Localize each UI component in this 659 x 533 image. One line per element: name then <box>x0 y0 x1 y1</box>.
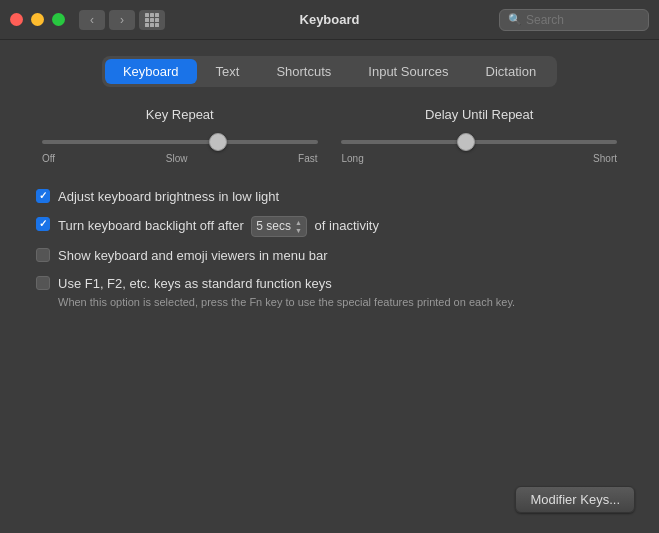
nav-arrows: ‹ › <box>79 10 135 30</box>
tab-input-sources[interactable]: Input Sources <box>350 59 466 84</box>
main-content: Keyboard Text Shortcuts Input Sources Di… <box>0 40 659 327</box>
function-sublabel: When this option is selected, press the … <box>58 295 515 310</box>
grid-icon <box>145 13 159 27</box>
key-repeat-max: Fast <box>298 153 317 164</box>
backlight-label: Turn keyboard backlight off after 5 secs… <box>58 216 379 237</box>
window-controls <box>10 13 65 26</box>
backlight-checkbox[interactable]: ✓ <box>36 217 50 231</box>
tab-shortcuts[interactable]: Shortcuts <box>258 59 349 84</box>
delay-repeat-slider[interactable] <box>341 140 617 144</box>
close-button[interactable] <box>10 13 23 26</box>
tab-bar: Keyboard Text Shortcuts Input Sources Di… <box>102 56 557 87</box>
brightness-checkbox[interactable]: ✓ <box>36 189 50 203</box>
delay-repeat-max: Short <box>593 153 617 164</box>
tab-dictation[interactable]: Dictation <box>468 59 555 84</box>
titlebar: ‹ › Keyboard 🔍 <box>0 0 659 40</box>
option-backlight-row: ✓ Turn keyboard backlight off after 5 se… <box>36 216 623 237</box>
down-arrow: ▼ <box>295 227 302 235</box>
key-repeat-track <box>42 132 318 147</box>
check-icon: ✓ <box>39 219 47 229</box>
search-input[interactable] <box>526 13 640 27</box>
key-repeat-slider[interactable] <box>42 140 318 144</box>
emoji-label: Show keyboard and emoji viewers in menu … <box>58 247 328 265</box>
brightness-label: Adjust keyboard brightness in low light <box>58 188 279 206</box>
backlight-select[interactable]: 5 secs ▲ ▼ <box>251 216 307 237</box>
up-arrow: ▲ <box>295 219 302 227</box>
delay-repeat-group: Delay Until Repeat Long Short <box>341 107 617 164</box>
delay-repeat-track <box>341 132 617 147</box>
grid-button[interactable] <box>139 10 165 30</box>
delay-repeat-scale: Long Short <box>341 153 617 164</box>
emoji-checkbox[interactable] <box>36 248 50 262</box>
key-repeat-label: Key Repeat <box>146 107 214 122</box>
options-section: ✓ Adjust keyboard brightness in low ligh… <box>20 188 639 311</box>
back-button[interactable]: ‹ <box>79 10 105 30</box>
delay-repeat-label: Delay Until Repeat <box>425 107 533 122</box>
function-checkbox[interactable] <box>36 276 50 290</box>
key-repeat-min2: Slow <box>166 153 188 164</box>
backlight-select-value: 5 secs <box>256 218 291 235</box>
option-function-row: Use F1, F2, etc. keys as standard functi… <box>36 275 623 311</box>
window-title: Keyboard <box>300 12 360 27</box>
select-arrows: ▲ ▼ <box>295 219 302 234</box>
tab-text[interactable]: Text <box>198 59 258 84</box>
key-repeat-group: Key Repeat Off Slow Fast <box>42 107 318 164</box>
delay-repeat-min: Long <box>341 153 363 164</box>
modifier-keys-button[interactable]: Modifier Keys... <box>515 486 635 513</box>
option-emoji-row: Show keyboard and emoji viewers in menu … <box>36 247 623 265</box>
search-box[interactable]: 🔍 <box>499 9 649 31</box>
key-repeat-scale: Off Slow Fast <box>42 153 318 164</box>
option-brightness-row: ✓ Adjust keyboard brightness in low ligh… <box>36 188 623 206</box>
forward-button[interactable]: › <box>109 10 135 30</box>
check-icon: ✓ <box>39 191 47 201</box>
function-label: Use F1, F2, etc. keys as standard functi… <box>58 275 515 311</box>
maximize-button[interactable] <box>52 13 65 26</box>
search-icon: 🔍 <box>508 13 522 26</box>
sliders-section: Key Repeat Off Slow Fast Delay Until Rep… <box>20 107 639 164</box>
footer: Modifier Keys... <box>515 486 635 513</box>
minimize-button[interactable] <box>31 13 44 26</box>
tab-keyboard[interactable]: Keyboard <box>105 59 197 84</box>
key-repeat-min1: Off <box>42 153 55 164</box>
